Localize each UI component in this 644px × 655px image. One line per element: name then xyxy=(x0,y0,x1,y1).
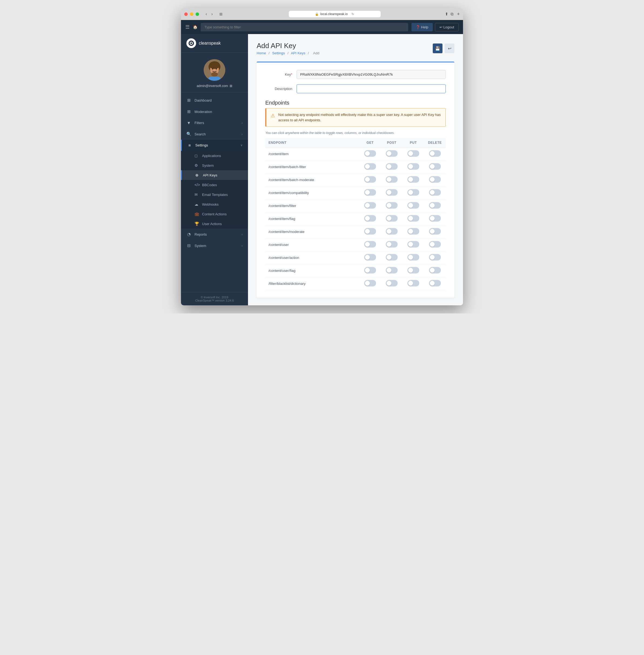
endpoint-col-header[interactable]: Endpoint xyxy=(265,138,359,148)
sidebar-item-filters[interactable]: ▼ Filters ‹ xyxy=(181,117,248,128)
toggle-switch-post-5[interactable] xyxy=(386,215,398,222)
toggle-switch-post-7[interactable] xyxy=(386,241,398,248)
toggle-switch-get-3[interactable] xyxy=(364,189,376,196)
toggle-switch-delete-4[interactable] xyxy=(429,202,441,209)
sidebar-item-email-templates[interactable]: ✉ Email Templates xyxy=(181,190,248,199)
toggle-switch-post-9[interactable] xyxy=(386,267,398,273)
toggle-get-1[interactable] xyxy=(359,160,381,174)
toggle-switch-delete-0[interactable] xyxy=(429,150,441,157)
table-row[interactable]: /content/item xyxy=(265,148,446,160)
toggle-put-3[interactable] xyxy=(402,186,424,199)
new-tab-button[interactable]: + xyxy=(457,12,460,17)
toggle-put-9[interactable] xyxy=(402,264,424,277)
toggle-switch-put-8[interactable] xyxy=(407,254,419,261)
toggle-post-9[interactable] xyxy=(381,264,402,277)
back-button[interactable]: ↩ xyxy=(445,44,454,53)
sidebar-item-webhooks[interactable]: ☁ Webhooks xyxy=(181,199,248,209)
toggle-put-1[interactable] xyxy=(402,160,424,174)
sidebar-item-applications[interactable]: ◻ Applications xyxy=(181,151,248,160)
sidebar-item-system[interactable]: ⚙ System xyxy=(181,160,248,170)
toggle-get-6[interactable] xyxy=(359,225,381,238)
breadcrumb-home[interactable]: Home xyxy=(257,51,266,55)
toggle-post-7[interactable] xyxy=(381,238,402,251)
toggle-switch-get-6[interactable] xyxy=(364,228,376,234)
toggle-switch-post-1[interactable] xyxy=(386,163,398,170)
toggle-post-6[interactable] xyxy=(381,225,402,238)
table-row[interactable]: /filter/blacklist/dictionary xyxy=(265,277,446,290)
toggle-switch-delete-6[interactable] xyxy=(429,228,441,234)
sidebar-item-content-actions[interactable]: 💼 Content Actions xyxy=(181,209,248,219)
toggle-switch-put-4[interactable] xyxy=(407,202,419,209)
toggle-get-2[interactable] xyxy=(359,174,381,186)
description-input[interactable] xyxy=(297,84,446,93)
table-row[interactable]: /content/user/action xyxy=(265,251,446,264)
table-row[interactable]: /content/item/moderate xyxy=(265,225,446,238)
filter-search-input[interactable] xyxy=(201,23,408,31)
refresh-icon[interactable]: ↻ xyxy=(351,12,354,16)
toggle-put-2[interactable] xyxy=(402,174,424,186)
toggle-get-3[interactable] xyxy=(359,186,381,199)
toggle-post-1[interactable] xyxy=(381,160,402,174)
toggle-delete-6[interactable] xyxy=(424,225,446,238)
toggle-switch-put-3[interactable] xyxy=(407,189,419,196)
save-button[interactable]: 💾 xyxy=(433,44,442,53)
get-col-header[interactable]: GET xyxy=(359,138,381,148)
toggle-delete-9[interactable] xyxy=(424,264,446,277)
toggle-delete-4[interactable] xyxy=(424,199,446,212)
table-row[interactable]: /content/item/batch-filter xyxy=(265,160,446,174)
sidebar-item-user-actions[interactable]: 🏆 User Actions xyxy=(181,219,248,229)
new-window-icon[interactable]: ⧉ xyxy=(451,12,454,17)
toggle-switch-put-7[interactable] xyxy=(407,241,419,248)
toggle-get-9[interactable] xyxy=(359,264,381,277)
breadcrumb-api-keys[interactable]: API Keys xyxy=(291,51,305,55)
sidebar-item-search[interactable]: 🔍 Search ‹ xyxy=(181,128,248,140)
user-actions-icon[interactable]: ⊞ xyxy=(230,84,232,88)
toggle-post-5[interactable] xyxy=(381,212,402,225)
toggle-get-0[interactable] xyxy=(359,148,381,160)
toggle-switch-put-5[interactable] xyxy=(407,215,419,222)
share-icon[interactable]: ⬆ xyxy=(445,12,448,17)
table-row[interactable]: /content/item/filter xyxy=(265,199,446,212)
toggle-post-4[interactable] xyxy=(381,199,402,212)
table-row[interactable]: /content/user xyxy=(265,238,446,251)
toggle-put-8[interactable] xyxy=(402,251,424,264)
table-row[interactable]: /content/item/batch-moderate xyxy=(265,174,446,186)
toggle-delete-8[interactable] xyxy=(424,251,446,264)
toggle-switch-post-0[interactable] xyxy=(386,150,398,157)
toggle-switch-put-10[interactable] xyxy=(407,280,419,287)
toggle-post-2[interactable] xyxy=(381,174,402,186)
toggle-switch-post-4[interactable] xyxy=(386,202,398,209)
sidebar-item-moderation[interactable]: ⊞ Moderation xyxy=(181,106,248,117)
toggle-post-3[interactable] xyxy=(381,186,402,199)
toggle-switch-post-3[interactable] xyxy=(386,189,398,196)
toggle-post-10[interactable] xyxy=(381,277,402,290)
toggle-delete-10[interactable] xyxy=(424,277,446,290)
toggle-delete-3[interactable] xyxy=(424,186,446,199)
key-input[interactable] xyxy=(297,70,446,79)
toggle-switch-delete-10[interactable] xyxy=(429,280,441,287)
table-row[interactable]: /content/user/flag xyxy=(265,264,446,277)
toggle-put-7[interactable] xyxy=(402,238,424,251)
toggle-get-10[interactable] xyxy=(359,277,381,290)
menu-icon[interactable]: ☰ xyxy=(185,24,190,30)
toggle-switch-post-10[interactable] xyxy=(386,280,398,287)
toggle-switch-put-1[interactable] xyxy=(407,163,419,170)
close-button[interactable] xyxy=(184,13,188,16)
table-row[interactable]: /content/item/compatibility xyxy=(265,186,446,199)
toggle-put-4[interactable] xyxy=(402,199,424,212)
toggle-switch-get-5[interactable] xyxy=(364,215,376,222)
breadcrumb-settings[interactable]: Settings xyxy=(272,51,285,55)
toggle-switch-post-8[interactable] xyxy=(386,254,398,261)
help-button[interactable]: ❓ Help xyxy=(411,23,433,31)
toggle-switch-post-6[interactable] xyxy=(386,228,398,234)
toggle-post-0[interactable] xyxy=(381,148,402,160)
sidebar-item-system-bottom[interactable]: ⊟ System ‹ xyxy=(181,240,248,251)
toggle-switch-post-2[interactable] xyxy=(386,176,398,183)
sidebar-item-dashboard[interactable]: ⊞ Dashboard xyxy=(181,95,248,106)
toggle-switch-get-9[interactable] xyxy=(364,267,376,273)
sidebar-item-settings[interactable]: ≡ Settings ∨ xyxy=(181,140,248,151)
toggle-switch-delete-9[interactable] xyxy=(429,267,441,273)
toggle-put-10[interactable] xyxy=(402,277,424,290)
maximize-button[interactable] xyxy=(196,13,199,16)
toggle-switch-get-0[interactable] xyxy=(364,150,376,157)
